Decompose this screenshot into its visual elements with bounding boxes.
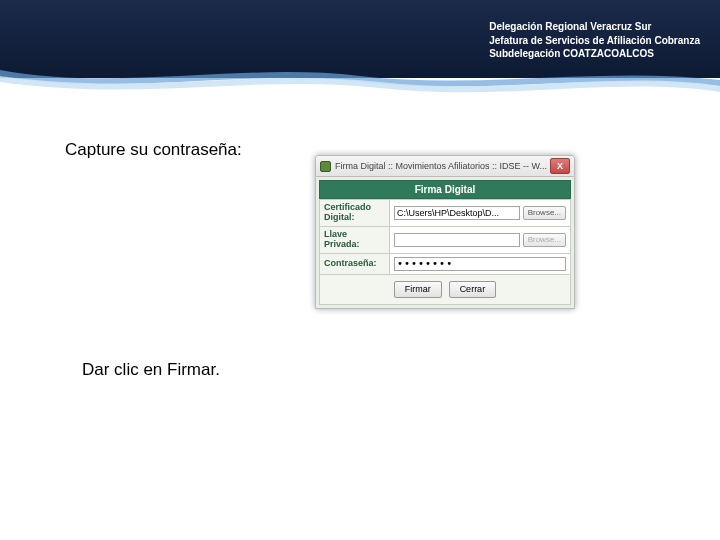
form-table: Certificado Digital: Browse... Llave Pri… [319, 199, 571, 305]
instruction-click-firmar: Dar clic en Firmar. [82, 360, 220, 380]
wave-decoration [0, 62, 720, 96]
cert-label: Certificado Digital: [320, 200, 390, 227]
app-icon [320, 161, 331, 172]
dialog-titlebar: Firma Digital :: Movimientos Afiliatorio… [315, 155, 575, 177]
key-input[interactable] [394, 233, 520, 247]
firmar-button[interactable]: Firmar [394, 281, 442, 298]
dialog-title: Firma Digital [319, 180, 571, 199]
password-input[interactable]: •••••••• [394, 257, 566, 271]
key-browse-button[interactable]: Browse... [523, 233, 566, 247]
instruction-capture-password: Capture su contraseña: [65, 140, 242, 160]
cert-input[interactable] [394, 206, 520, 220]
header-line-1: Delegación Regional Veracruz Sur [489, 20, 700, 34]
header-org-block: Delegación Regional Veracruz Sur Jefatur… [489, 20, 700, 61]
dialog-body: Firma Digital Certificado Digital: Brows… [315, 177, 575, 309]
key-label: Llave Privada: [320, 226, 390, 253]
slide-header: Delegación Regional Veracruz Sur Jefatur… [0, 0, 720, 78]
window-close-button[interactable]: X [550, 158, 570, 174]
cert-browse-button[interactable]: Browse... [523, 206, 566, 220]
cerrar-button[interactable]: Cerrar [449, 281, 497, 298]
firma-digital-dialog: Firma Digital :: Movimientos Afiliatorio… [315, 155, 575, 309]
password-label: Contraseña: [320, 253, 390, 274]
header-line-2: Jefatura de Servicios de Afiliación Cobr… [489, 34, 700, 48]
window-title: Firma Digital :: Movimientos Afiliatorio… [335, 161, 550, 171]
header-line-3: Subdelegación COATZACOALCOS [489, 47, 700, 61]
